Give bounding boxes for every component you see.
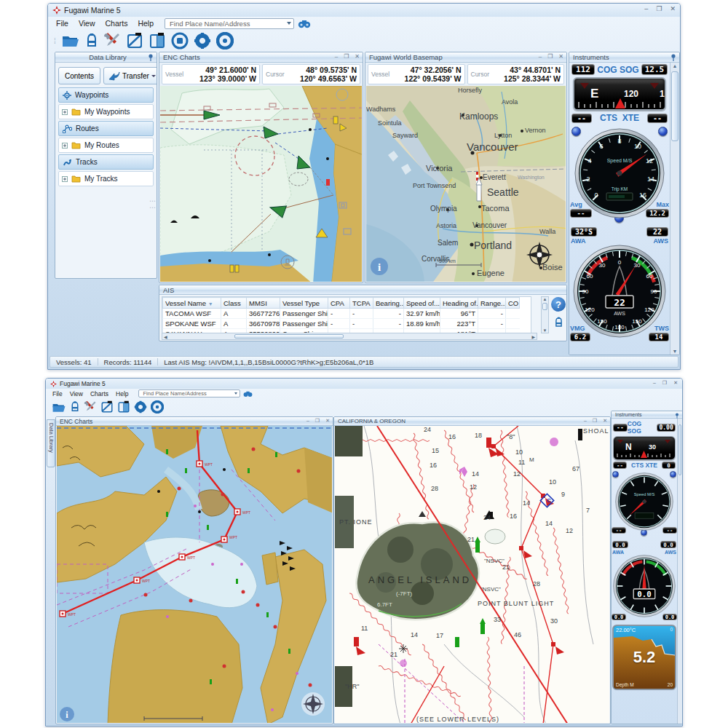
titlebar[interactable]: Fugawi Marine 5 – ❐ ✕ xyxy=(46,379,682,389)
minimize-button[interactable]: – xyxy=(653,380,656,386)
menu-help[interactable]: Help xyxy=(132,18,159,28)
tree-item-my-waypoints[interactable]: My Waypoints xyxy=(58,104,154,119)
panel-restore-button[interactable]: ❐ xyxy=(593,418,597,424)
panel-close-button[interactable]: ✕ xyxy=(325,418,330,424)
close-button[interactable]: ✕ xyxy=(673,380,678,386)
enc-chart-canvas[interactable] xyxy=(160,86,362,282)
table-row[interactable]: SPOKANE WSFA366709780Passenger Ship---18… xyxy=(163,319,520,329)
panel-restore-button[interactable]: ❐ xyxy=(344,53,349,60)
panel-minimize-button[interactable]: – xyxy=(584,418,587,424)
panel-close-button[interactable]: ✕ xyxy=(355,53,360,60)
menu-charts[interactable]: Charts xyxy=(100,18,133,28)
menu-file[interactable]: File xyxy=(51,18,74,28)
ais-table-container[interactable]: Vessel Name ▼ Class MMSI Vessel Type CPA… xyxy=(162,296,531,333)
panel-minimize-button[interactable]: – xyxy=(539,53,542,60)
buoy-marker-icon[interactable] xyxy=(85,32,98,50)
tree-item-my-routes[interactable]: My Routes xyxy=(58,138,154,153)
instruments-header[interactable]: Instruments xyxy=(569,52,679,63)
ais-vscrollbar[interactable]: ▲ ▼ xyxy=(541,296,549,333)
panel-close-button[interactable]: ✕ xyxy=(603,418,607,424)
resize-grip[interactable]: ⋮⋮ xyxy=(149,198,156,211)
ais-hscrollbar[interactable]: ◀ ▶ xyxy=(162,333,537,340)
expand-icon[interactable] xyxy=(62,109,68,115)
enc-charts-header[interactable]: ENC Charts – ❐ ✕ xyxy=(159,52,363,63)
search-input[interactable]: Find Place Name/Address xyxy=(138,389,240,397)
menu-charts[interactable]: Charts xyxy=(87,390,112,397)
col-vessel-type[interactable]: Vessel Type xyxy=(280,298,328,309)
ais-header-row[interactable]: Vessel Name ▼ Class MMSI Vessel Type CPA… xyxy=(163,298,520,309)
col-heading[interactable]: Heading of... xyxy=(440,298,478,309)
help-button[interactable]: ? xyxy=(551,297,566,312)
find-binoculars-icon[interactable] xyxy=(298,19,311,28)
col-range[interactable]: Range... xyxy=(478,298,506,309)
expand-icon[interactable] xyxy=(62,143,68,149)
ais-header[interactable]: AIS xyxy=(159,285,566,295)
expand-icon[interactable] xyxy=(62,176,68,182)
record-track-icon[interactable] xyxy=(171,32,189,50)
tree-item-my-tracks[interactable]: My Tracks xyxy=(58,171,154,186)
transfer-tab[interactable]: Transfer xyxy=(103,67,157,84)
col-class[interactable]: Class xyxy=(221,298,247,309)
table-row[interactable]: TACOMA WSFA366772760Passenger Ship---32.… xyxy=(163,309,520,319)
pin-icon[interactable] xyxy=(670,54,676,61)
col-co[interactable]: CO xyxy=(506,298,520,309)
chevron-down-icon[interactable] xyxy=(234,392,237,395)
tools-icon[interactable] xyxy=(84,400,97,414)
chart-view-split-icon[interactable] xyxy=(149,32,166,50)
panel-minimize-button[interactable]: – xyxy=(306,418,309,424)
basemap-header[interactable]: Fugawi World Basemap – ❐ ✕ xyxy=(365,52,566,63)
panel-close-button[interactable]: ✕ xyxy=(558,53,563,60)
col-mmsi[interactable]: MMSI xyxy=(247,298,280,309)
col-vessel-name[interactable]: Vessel Name ▼ xyxy=(163,298,221,309)
basemap-canvas[interactable]: i HorseflyAvolaKamloopsVernonLyttonVanco… xyxy=(366,86,566,282)
col-bearing[interactable]: Bearing... xyxy=(373,298,404,309)
pin-icon[interactable] xyxy=(675,413,679,419)
menu-view[interactable]: View xyxy=(66,390,87,397)
search-input[interactable]: Find Place Name/Address xyxy=(165,18,294,29)
menu-file[interactable]: File xyxy=(49,390,66,397)
chart-view-split-icon[interactable] xyxy=(117,400,130,414)
open-folder-icon[interactable] xyxy=(52,401,66,414)
buoy-marker-icon[interactable] xyxy=(554,316,563,329)
panel-restore-button[interactable]: ❐ xyxy=(315,418,320,424)
buoy-marker-icon[interactable] xyxy=(70,400,80,414)
enc-charts-header[interactable]: ENC Charts – ❐ ✕ xyxy=(56,417,333,426)
svg-text:i: i xyxy=(378,261,381,273)
chevron-down-icon[interactable] xyxy=(287,22,291,25)
col-speed[interactable]: Speed of... xyxy=(404,298,440,309)
tools-icon[interactable] xyxy=(103,32,121,50)
man-overboard-icon[interactable] xyxy=(194,32,211,50)
close-button[interactable]: ✕ xyxy=(670,5,676,12)
instruments-scrollbar[interactable] xyxy=(677,419,682,724)
panel-minimize-button[interactable]: – xyxy=(335,53,338,60)
menu-help[interactable]: Help xyxy=(112,390,132,397)
sidebar-item-tracks[interactable]: Tracks xyxy=(58,154,154,170)
instruments-header[interactable]: Instruments xyxy=(612,411,682,419)
find-binoculars-icon[interactable] xyxy=(243,390,253,397)
depth-units-label: Depth M xyxy=(616,682,634,687)
contents-tab[interactable]: Contents xyxy=(58,67,100,84)
man-overboard-icon[interactable] xyxy=(134,400,147,414)
pin-icon[interactable] xyxy=(148,54,154,61)
chart-view-single-icon[interactable] xyxy=(126,32,143,50)
raster-chart-canvas[interactable]: SOUTHAMPTONSHOAL241618"8"15161011M121412… xyxy=(335,426,609,723)
col-tcpa[interactable]: TCPA xyxy=(350,298,373,309)
instruments-scrollbar[interactable]: ▲ ▼ xyxy=(670,63,679,355)
menu-view[interactable]: View xyxy=(74,18,100,28)
open-folder-icon[interactable] xyxy=(61,33,80,49)
col-cpa[interactable]: CPA xyxy=(328,298,350,309)
restore-button[interactable]: ❐ xyxy=(662,380,667,386)
restore-button[interactable]: ❐ xyxy=(656,5,662,12)
goto-center-icon[interactable] xyxy=(151,400,164,414)
panel-restore-button[interactable]: ❐ xyxy=(547,53,553,60)
sidebar-item-waypoints[interactable]: Waypoints xyxy=(58,87,154,103)
sidebar-item-routes[interactable]: Routes xyxy=(58,121,154,136)
data-library-header[interactable]: Data Library xyxy=(55,52,157,63)
data-library-collapsed-tab[interactable]: Data Library xyxy=(47,419,55,467)
goto-center-icon[interactable] xyxy=(216,32,234,50)
minimize-button[interactable]: – xyxy=(644,5,648,12)
california-oregon-header[interactable]: CALIFORNIA & OREGON – ❐ ✕ xyxy=(334,417,610,426)
enc-chart-canvas[interactable]: WPTWPTWPTWPTWPTWPT i xyxy=(57,426,332,723)
chart-view-single-icon[interactable] xyxy=(100,400,114,414)
titlebar[interactable]: Fugawi Marine 5 – ❐ ✕ xyxy=(48,4,680,17)
